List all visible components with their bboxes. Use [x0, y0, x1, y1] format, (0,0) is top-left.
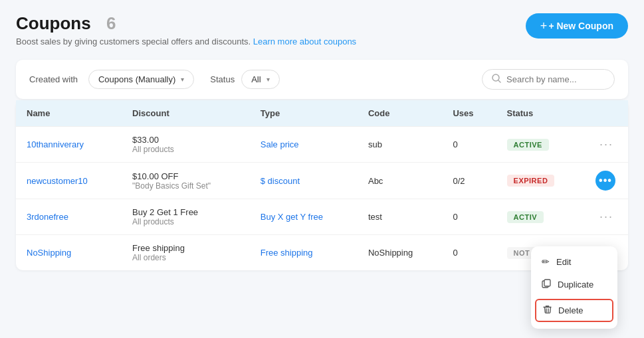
new-coupon-button[interactable]: + + New Coupon — [526, 13, 628, 39]
more-options-button[interactable]: ··· — [595, 207, 617, 226]
discount-main: Buy 2 Get 1 Free — [132, 207, 239, 217]
menu-delete[interactable]: Delete — [535, 299, 613, 322]
discount-main: $10.00 OFF — [132, 171, 239, 181]
col-uses: Uses — [442, 100, 496, 127]
table-header-row: Name Discount Type Code Uses Status — [16, 100, 628, 127]
coupons-table-wrapper: Name Discount Type Code Uses Status 10th… — [16, 100, 628, 270]
page-title: Coupons 6 — [16, 13, 356, 34]
search-input[interactable] — [506, 74, 599, 84]
status-badge: ACTIV — [507, 211, 544, 223]
discount-sub: All orders — [132, 253, 239, 262]
coupon-type: Free shipping — [261, 248, 313, 258]
plus-icon: + — [540, 20, 548, 32]
status-label: Status — [210, 74, 235, 84]
discount-main: Free shipping — [132, 243, 239, 253]
created-with-label: Created with — [29, 74, 78, 84]
learn-more-link[interactable]: Learn more about coupons — [253, 37, 356, 46]
page-subtitle: Boost sales by giving customers special … — [16, 37, 356, 46]
col-code: Code — [358, 100, 443, 127]
header-left: Coupons 6 Boost sales by giving customer… — [16, 13, 356, 46]
status-dropdown[interactable]: All ▾ — [241, 70, 279, 89]
discount-main: $33.00 — [132, 135, 239, 145]
discount-sub: All products — [132, 217, 239, 226]
status-filter: Status All ▾ — [210, 70, 279, 89]
edit-icon: ✏ — [542, 256, 550, 267]
coupon-uses: 0 — [442, 127, 496, 163]
action-menu-button[interactable]: ••• — [595, 171, 615, 191]
coupons-table: Name Discount Type Code Uses Status 10th… — [16, 100, 628, 270]
coupon-type: $ discount — [261, 176, 300, 186]
coupon-code: NoShipping — [358, 235, 443, 271]
col-action — [585, 100, 628, 127]
created-with-dropdown[interactable]: Coupons (Manually) ▾ — [88, 70, 194, 89]
coupon-code: sub — [358, 127, 443, 163]
col-discount: Discount — [122, 100, 250, 127]
menu-duplicate[interactable]: Duplicate — [531, 273, 617, 296]
action-cell: ••• — [585, 163, 628, 199]
col-status: Status — [496, 100, 585, 127]
table-row: newcustomer10$10.00 OFF"Body Basics Gift… — [16, 163, 628, 199]
coupon-type: Sale price — [261, 139, 299, 149]
coupon-name[interactable]: newcustomer10 — [27, 176, 88, 186]
coupon-uses: 0/2 — [442, 163, 496, 199]
coupon-uses: 0 — [442, 199, 496, 235]
status-badge: EXPIRED — [507, 175, 555, 187]
coupon-name[interactable]: NoShipping — [27, 248, 71, 258]
col-type: Type — [250, 100, 358, 127]
col-name: Name — [16, 100, 122, 127]
delete-icon — [543, 305, 552, 316]
coupon-code: test — [358, 199, 443, 235]
search-icon — [492, 74, 501, 85]
coupon-uses: 0 — [442, 235, 496, 271]
svg-line-1 — [498, 80, 500, 82]
menu-edit[interactable]: ✏ Edit — [531, 250, 617, 273]
filters-bar: Created with Coupons (Manually) ▾ Status… — [16, 60, 628, 99]
action-cell: ··· — [585, 199, 628, 235]
status-badge: ACTIVE — [507, 139, 549, 151]
chevron-down-icon: ▾ — [181, 76, 184, 83]
svg-rect-3 — [544, 280, 550, 286]
table-row: 3rdonefreeBuy 2 Get 1 FreeAll productsBu… — [16, 199, 628, 235]
duplicate-icon — [542, 279, 551, 290]
action-cell: ··· — [585, 127, 628, 163]
discount-sub: All products — [132, 145, 239, 154]
context-menu: ✏ Edit Duplicate Delete — [531, 246, 617, 329]
more-options-button[interactable]: ··· — [595, 135, 617, 154]
chevron-down-icon: ▾ — [267, 76, 270, 83]
page-header: Coupons 6 Boost sales by giving customer… — [16, 13, 628, 46]
coupon-name[interactable]: 3rdonefree — [27, 212, 68, 222]
coupon-code: Abc — [358, 163, 443, 199]
coupon-name[interactable]: 10thanniverary — [27, 139, 84, 149]
discount-sub: "Body Basics Gift Set" — [132, 181, 239, 191]
search-bar[interactable] — [482, 69, 615, 90]
coupon-type: Buy X get Y free — [261, 212, 323, 222]
table-row: 10thanniverary$33.00All productsSale pri… — [16, 127, 628, 163]
